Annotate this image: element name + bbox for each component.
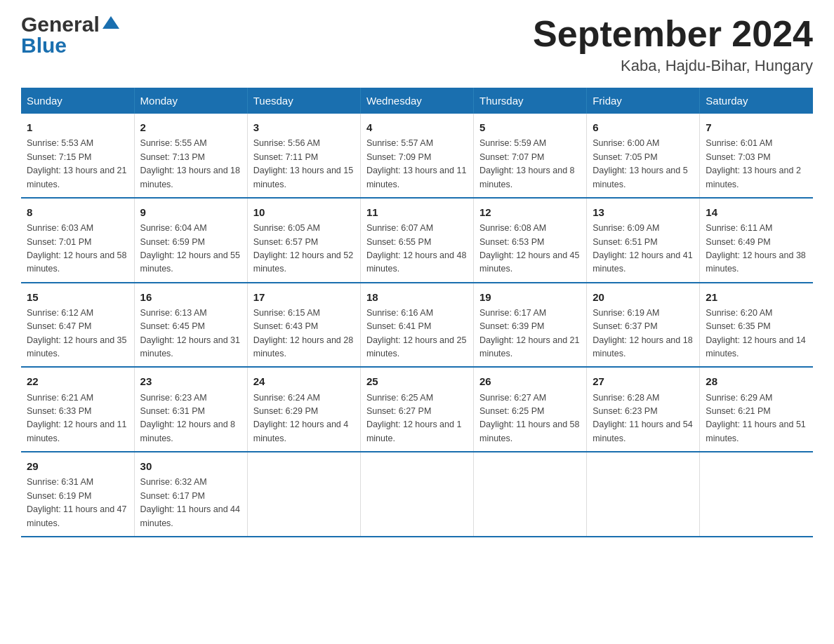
- day-info: Sunrise: 6:15 AMSunset: 6:43 PMDaylight:…: [253, 307, 355, 361]
- calendar-week-row: 1Sunrise: 5:53 AMSunset: 7:15 PMDaylight…: [21, 114, 813, 198]
- weekday-header-tuesday: Tuesday: [247, 88, 360, 114]
- calendar-cell: 4Sunrise: 5:57 AMSunset: 7:09 PMDaylight…: [360, 114, 473, 198]
- calendar-cell: 15Sunrise: 6:12 AMSunset: 6:47 PMDayligh…: [21, 283, 134, 368]
- calendar-cell: 14Sunrise: 6:11 AMSunset: 6:49 PMDayligh…: [700, 198, 813, 283]
- day-info: Sunrise: 5:55 AMSunset: 7:13 PMDaylight:…: [140, 137, 241, 192]
- page-header: General Blue September 2024 Kaba, Hajdu-…: [21, 14, 813, 75]
- day-info: Sunrise: 6:29 AMSunset: 6:21 PMDaylight:…: [706, 391, 807, 446]
- day-number: 30: [140, 458, 241, 474]
- day-number: 29: [27, 458, 128, 474]
- calendar-cell: 20Sunrise: 6:19 AMSunset: 6:37 PMDayligh…: [587, 283, 700, 368]
- calendar-cell: 18Sunrise: 6:16 AMSunset: 6:41 PMDayligh…: [360, 283, 473, 368]
- page-subtitle: Kaba, Hajdu-Bihar, Hungary: [533, 57, 813, 75]
- day-info: Sunrise: 6:05 AMSunset: 6:57 PMDaylight:…: [253, 222, 355, 276]
- calendar-header-row: SundayMondayTuesdayWednesdayThursdayFrid…: [21, 88, 813, 114]
- calendar-cell: 17Sunrise: 6:15 AMSunset: 6:43 PMDayligh…: [247, 283, 360, 368]
- calendar-week-row: 29Sunrise: 6:31 AMSunset: 6:19 PMDayligh…: [21, 452, 813, 537]
- calendar-cell: 3Sunrise: 5:56 AMSunset: 7:11 PMDaylight…: [247, 114, 360, 198]
- calendar-week-row: 15Sunrise: 6:12 AMSunset: 6:47 PMDayligh…: [21, 283, 813, 368]
- day-info: Sunrise: 6:07 AMSunset: 6:55 PMDaylight:…: [366, 222, 468, 276]
- day-info: Sunrise: 6:16 AMSunset: 6:41 PMDaylight:…: [366, 307, 468, 361]
- day-info: Sunrise: 6:08 AMSunset: 6:53 PMDaylight:…: [479, 222, 581, 276]
- day-number: 23: [140, 373, 241, 389]
- day-number: 20: [593, 289, 694, 305]
- day-number: 24: [253, 373, 355, 389]
- day-info: Sunrise: 6:25 AMSunset: 6:27 PMDaylight:…: [366, 391, 468, 446]
- calendar-cell: 29Sunrise: 6:31 AMSunset: 6:19 PMDayligh…: [21, 452, 134, 537]
- calendar-cell: 22Sunrise: 6:21 AMSunset: 6:33 PMDayligh…: [21, 367, 134, 452]
- day-info: Sunrise: 6:19 AMSunset: 6:37 PMDaylight:…: [593, 307, 694, 361]
- weekday-header-thursday: Thursday: [474, 88, 587, 114]
- day-number: 17: [253, 289, 355, 305]
- calendar-week-row: 8Sunrise: 6:03 AMSunset: 7:01 PMDaylight…: [21, 198, 813, 283]
- calendar-cell: 2Sunrise: 5:55 AMSunset: 7:13 PMDaylight…: [134, 114, 247, 198]
- day-info: Sunrise: 6:09 AMSunset: 6:51 PMDaylight:…: [593, 222, 694, 276]
- day-info: Sunrise: 6:17 AMSunset: 6:39 PMDaylight:…: [479, 307, 581, 361]
- calendar-cell: [474, 452, 587, 537]
- calendar-cell: 23Sunrise: 6:23 AMSunset: 6:31 PMDayligh…: [134, 367, 247, 452]
- weekday-header-sunday: Sunday: [21, 88, 134, 114]
- calendar-cell: 12Sunrise: 6:08 AMSunset: 6:53 PMDayligh…: [474, 198, 587, 283]
- logo-general-text: General: [21, 14, 100, 35]
- day-number: 14: [706, 204, 807, 220]
- calendar-cell: 21Sunrise: 6:20 AMSunset: 6:35 PMDayligh…: [700, 283, 813, 368]
- weekday-header-monday: Monday: [134, 88, 247, 114]
- day-info: Sunrise: 6:23 AMSunset: 6:31 PMDaylight:…: [140, 391, 241, 446]
- day-info: Sunrise: 6:01 AMSunset: 7:03 PMDaylight:…: [706, 137, 807, 192]
- day-number: 5: [479, 119, 581, 135]
- calendar-cell: [360, 452, 473, 537]
- day-number: 21: [706, 289, 807, 305]
- day-number: 22: [27, 373, 128, 389]
- calendar-cell: 19Sunrise: 6:17 AMSunset: 6:39 PMDayligh…: [474, 283, 587, 368]
- calendar-cell: 25Sunrise: 6:25 AMSunset: 6:27 PMDayligh…: [360, 367, 473, 452]
- day-number: 19: [479, 289, 581, 305]
- page-title: September 2024: [533, 14, 813, 54]
- calendar-cell: [700, 452, 813, 537]
- day-number: 16: [140, 289, 241, 305]
- weekday-header-friday: Friday: [587, 88, 700, 114]
- day-number: 2: [140, 119, 241, 135]
- calendar-cell: 27Sunrise: 6:28 AMSunset: 6:23 PMDayligh…: [587, 367, 700, 452]
- calendar-cell: 6Sunrise: 6:00 AMSunset: 7:05 PMDaylight…: [587, 114, 700, 198]
- day-number: 28: [706, 373, 807, 389]
- calendar-cell: 16Sunrise: 6:13 AMSunset: 6:45 PMDayligh…: [134, 283, 247, 368]
- day-info: Sunrise: 6:11 AMSunset: 6:49 PMDaylight:…: [706, 222, 807, 276]
- day-number: 18: [366, 289, 468, 305]
- day-number: 3: [253, 119, 355, 135]
- day-number: 12: [479, 204, 581, 220]
- day-info: Sunrise: 6:28 AMSunset: 6:23 PMDaylight:…: [593, 391, 694, 446]
- day-info: Sunrise: 5:56 AMSunset: 7:11 PMDaylight:…: [253, 137, 355, 192]
- day-number: 4: [366, 119, 468, 135]
- day-info: Sunrise: 6:27 AMSunset: 6:25 PMDaylight:…: [479, 391, 581, 446]
- day-info: Sunrise: 6:13 AMSunset: 6:45 PMDaylight:…: [140, 307, 241, 361]
- calendar-cell: 7Sunrise: 6:01 AMSunset: 7:03 PMDaylight…: [700, 114, 813, 198]
- day-info: Sunrise: 6:32 AMSunset: 6:17 PMDaylight:…: [140, 476, 241, 530]
- logo-triangle-icon: [101, 13, 121, 33]
- calendar-cell: [247, 452, 360, 537]
- calendar-cell: 5Sunrise: 5:59 AMSunset: 7:07 PMDaylight…: [474, 114, 587, 198]
- logo-blue-text: Blue: [21, 35, 121, 56]
- day-number: 26: [479, 373, 581, 389]
- svg-marker-0: [102, 16, 119, 29]
- day-number: 10: [253, 204, 355, 220]
- weekday-header-wednesday: Wednesday: [360, 88, 473, 114]
- day-info: Sunrise: 6:00 AMSunset: 7:05 PMDaylight:…: [593, 137, 694, 192]
- calendar-cell: 11Sunrise: 6:07 AMSunset: 6:55 PMDayligh…: [360, 198, 473, 283]
- day-number: 13: [593, 204, 694, 220]
- day-info: Sunrise: 6:04 AMSunset: 6:59 PMDaylight:…: [140, 222, 241, 276]
- weekday-header-saturday: Saturday: [700, 88, 813, 114]
- day-info: Sunrise: 6:03 AMSunset: 7:01 PMDaylight:…: [27, 222, 128, 276]
- day-number: 9: [140, 204, 241, 220]
- day-info: Sunrise: 6:31 AMSunset: 6:19 PMDaylight:…: [27, 476, 128, 530]
- day-number: 1: [27, 119, 128, 135]
- day-info: Sunrise: 6:20 AMSunset: 6:35 PMDaylight:…: [706, 307, 807, 361]
- day-info: Sunrise: 6:21 AMSunset: 6:33 PMDaylight:…: [27, 391, 128, 446]
- calendar-cell: 26Sunrise: 6:27 AMSunset: 6:25 PMDayligh…: [474, 367, 587, 452]
- calendar-cell: 8Sunrise: 6:03 AMSunset: 7:01 PMDaylight…: [21, 198, 134, 283]
- day-number: 27: [593, 373, 694, 389]
- day-info: Sunrise: 5:57 AMSunset: 7:09 PMDaylight:…: [366, 137, 468, 192]
- day-number: 15: [27, 289, 128, 305]
- calendar-cell: 9Sunrise: 6:04 AMSunset: 6:59 PMDaylight…: [134, 198, 247, 283]
- calendar-cell: 10Sunrise: 6:05 AMSunset: 6:57 PMDayligh…: [247, 198, 360, 283]
- calendar-cell: 30Sunrise: 6:32 AMSunset: 6:17 PMDayligh…: [134, 452, 247, 537]
